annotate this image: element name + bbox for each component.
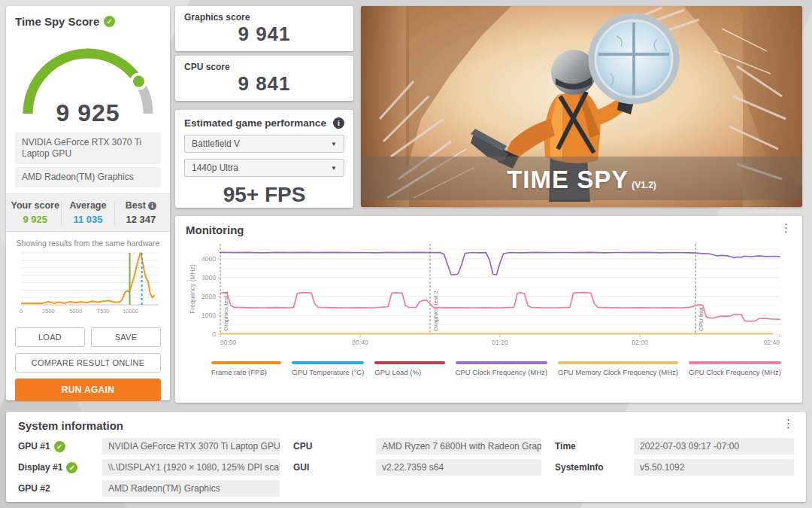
- legend-color-bar: [292, 361, 364, 364]
- system-info-label: GPU #2: [18, 483, 102, 494]
- legend-label: GPU Temperature (°C): [292, 368, 364, 376]
- svg-text:5000: 5000: [69, 308, 82, 315]
- system-info-label: SystemInfo: [555, 462, 634, 473]
- system-info-row: GPU #2 AMD Radeon(TM) Graphics: [18, 480, 280, 497]
- legend-label: CPU Clock Frequency (MHz): [456, 368, 547, 376]
- svg-text:02:40: 02:40: [764, 339, 780, 346]
- system-info-label: Time: [555, 441, 634, 452]
- legend-label: GPU Load (%): [374, 368, 444, 376]
- best-score-label: Best i: [115, 200, 167, 211]
- system-info-value: v2.22.7359 s64: [376, 459, 541, 476]
- game-perf-info-icon[interactable]: i: [333, 117, 344, 129]
- score-histogram-chart: 025005000750010000: [15, 249, 161, 321]
- histogram-caption: Showing results from the same hardware: [15, 239, 161, 248]
- score-panel-title-text: Time Spy Score: [15, 15, 99, 28]
- legend-color-bar: [689, 361, 781, 364]
- legend-item[interactable]: Frame rate (FPS): [211, 361, 292, 376]
- score-compare-band: Your score 9 925 Average 11 035 Best i 1…: [6, 193, 170, 232]
- load-button[interactable]: LOAD: [15, 327, 85, 347]
- preset-select[interactable]: 1440p Ultra ▼: [184, 159, 344, 177]
- time-spy-hero-image: TIME SPY(V1.2): [361, 6, 802, 207]
- system-info-value: v5.50.1092: [634, 459, 794, 476]
- compare-result-online-button[interactable]: COMPARE RESULT ONLINE: [15, 353, 161, 373]
- legend-label: Frame rate (FPS): [211, 368, 281, 376]
- system-info-value: 2022-07-03 09:17 -07:00: [634, 438, 794, 455]
- score-panel-title: Time Spy Score ✓: [15, 15, 161, 28]
- cpu-score-panel: CPU score 9 841: [175, 56, 353, 101]
- cpu-score-value: 9 841: [184, 72, 344, 96]
- svg-text:0: 0: [212, 330, 216, 338]
- monitoring-panel: Monitoring ⋮ 01000200030004000Frequency …: [175, 216, 802, 403]
- best-info-icon[interactable]: i: [148, 202, 156, 210]
- system-info-value: AMD Ryzen 7 6800H with Radeon Graphics: [376, 438, 541, 455]
- average-score-label: Average: [62, 200, 114, 211]
- legend-item[interactable]: GPU Clock Frequency (MHz): [689, 361, 792, 376]
- game-select[interactable]: Battlefield V ▼: [184, 135, 344, 153]
- legend-item[interactable]: GPU Load (%): [374, 361, 455, 376]
- svg-text:4000: 4000: [201, 255, 216, 263]
- verified-check-icon: ✓: [54, 441, 65, 452]
- system-info-row: SystemInfo v5.50.1092: [555, 459, 794, 476]
- system-info-column: Time 2022-07-03 09:17 -07:00SystemInfo v…: [555, 438, 794, 497]
- system-info-value: \\.\DISPLAY1 (1920 × 1080, 125% DPI scal…: [102, 459, 280, 476]
- benchmark-name: TIME SPY: [507, 166, 629, 193]
- svg-text:2000: 2000: [201, 293, 216, 300]
- monitoring-title: Monitoring: [186, 224, 244, 236]
- system-info-row: GUI v2.22.7359 s64: [293, 459, 541, 476]
- system-info-menu-icon[interactable]: ⋮: [783, 419, 794, 428]
- system-info-row: GPU #1 ✓ NVIDIA GeForce RTX 3070 Ti Lapt…: [18, 438, 280, 455]
- your-score-label: Your score: [9, 200, 61, 211]
- system-info-column: GPU #1 ✓ NVIDIA GeForce RTX 3070 Ti Lapt…: [18, 438, 280, 497]
- verified-check-icon: ✓: [66, 462, 77, 473]
- gpu2-name: AMD Radeon(TM) Graphics: [15, 167, 161, 187]
- system-info-value: NVIDIA GeForce RTX 3070 Ti Laptop GPU: [102, 438, 280, 455]
- overall-score-value: 9 925: [15, 99, 161, 127]
- svg-text:3000: 3000: [201, 274, 216, 281]
- score-gauge: 9 925: [15, 31, 161, 127]
- estimated-game-performance-panel: Estimated game performance i Battlefield…: [175, 110, 353, 208]
- system-info-row: CPU AMD Ryzen 7 6800H with Radeon Graphi…: [293, 438, 541, 455]
- graphics-score-panel: Graphics score 9 941: [175, 6, 353, 51]
- preset-select-value: 1440p Ultra: [192, 163, 238, 173]
- save-button[interactable]: SAVE: [91, 327, 161, 347]
- legend-item[interactable]: GPU Memory Clock Frequency (MHz): [558, 361, 689, 376]
- svg-text:10000: 10000: [123, 308, 138, 315]
- svg-text:Frequency (MHz): Frequency (MHz): [189, 264, 196, 314]
- legend-color-bar: [374, 361, 444, 364]
- monitoring-menu-icon[interactable]: ⋮: [780, 224, 792, 233]
- run-again-button[interactable]: RUN AGAIN: [15, 379, 161, 401]
- your-score-value: 9 925: [9, 214, 61, 225]
- time-spy-score-panel: Time Spy Score ✓ 9 925 NVIDIA GeForce RT…: [6, 6, 170, 400]
- legend-color-bar: [211, 361, 281, 364]
- game-perf-title: Estimated game performance: [184, 117, 326, 129]
- svg-text:0: 0: [20, 308, 23, 315]
- system-info-grid: GPU #1 ✓ NVIDIA GeForce RTX 3070 Ti Lapt…: [18, 438, 794, 497]
- monitoring-legend: Frame rate (FPS) GPU Temperature (°C) GP…: [186, 361, 792, 376]
- chevron-down-icon: ▼: [331, 165, 337, 172]
- system-info-row: Time 2022-07-03 09:17 -07:00: [555, 438, 794, 455]
- svg-text:1000: 1000: [201, 312, 216, 319]
- average-score-column: Average 11 035: [61, 200, 114, 225]
- best-score-value: 12 347: [115, 214, 167, 225]
- system-info-column: CPU AMD Ryzen 7 6800H with Radeon Graphi…: [293, 438, 541, 497]
- hero-caption: TIME SPY(V1.2): [361, 166, 802, 194]
- graphics-score-value: 9 941: [184, 23, 344, 46]
- 3dmark-result-window: Time Spy Score ✓ 9 925 NVIDIA GeForce RT…: [0, 0, 812, 508]
- system-info-label: GUI: [293, 462, 376, 473]
- benchmark-version: (V1.2): [632, 180, 656, 190]
- valid-check-icon: ✓: [104, 16, 115, 27]
- chevron-down-icon: ▼: [331, 141, 337, 148]
- svg-text:00:40: 00:40: [352, 339, 368, 346]
- system-info-value: AMD Radeon(TM) Graphics: [102, 480, 280, 497]
- legend-item[interactable]: GPU Temperature (°C): [292, 361, 374, 376]
- monitoring-chart: 01000200030004000Frequency (MHz)00:0000:…: [186, 238, 792, 358]
- svg-text:Graphics test 2: Graphics test 2: [432, 291, 439, 331]
- svg-text:02:00: 02:00: [632, 339, 648, 346]
- legend-item[interactable]: CPU Clock Frequency (MHz): [456, 361, 558, 376]
- system-information-panel: System information ⋮ GPU #1 ✓ NVIDIA GeF…: [6, 412, 806, 502]
- best-score-column: Best i 12 347: [114, 200, 167, 225]
- svg-text:2500: 2500: [42, 308, 55, 315]
- system-info-row: Display #1 ✓ \\.\DISPLAY1 (1920 × 1080, …: [18, 459, 280, 476]
- graphics-score-label: Graphics score: [184, 12, 344, 23]
- svg-text:7500: 7500: [97, 308, 110, 315]
